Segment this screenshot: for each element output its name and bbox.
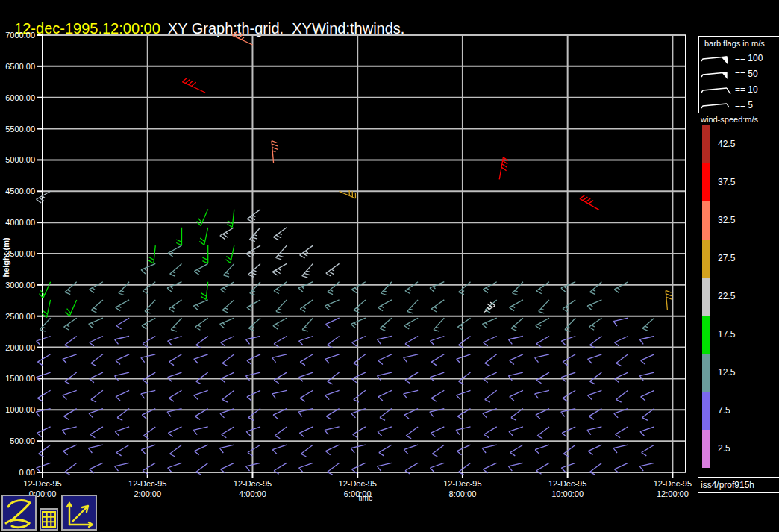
colorbar-title: wind-speed:m/s xyxy=(701,115,758,124)
svg-text:1500.00: 1500.00 xyxy=(5,374,35,383)
svg-text:12-Dec-95: 12-Dec-95 xyxy=(23,479,61,488)
colorbar-label: 27.5 xyxy=(718,253,735,263)
svg-text:12-Dec-95: 12-Dec-95 xyxy=(548,479,586,488)
colorbar-segment xyxy=(702,240,710,278)
station-top-divider xyxy=(698,477,779,478)
colorbar-label: 17.5 xyxy=(718,329,735,339)
svg-text:4:00:00: 4:00:00 xyxy=(239,489,266,498)
colorbar-label: 32.5 xyxy=(718,215,735,225)
svg-text:12:00:00: 12:00:00 xyxy=(657,489,689,498)
zebra-wind-profiler-window: { "title": { "timestamp": "12-dec-1995,1… xyxy=(0,0,779,532)
legend-flag-label: == 10 xyxy=(735,84,758,95)
full-barb-icon xyxy=(700,83,733,96)
colorbar-segment xyxy=(702,430,710,468)
flag-rect-icon xyxy=(700,51,733,65)
colorbar-segment xyxy=(702,354,710,392)
legend-flag-item: == 50 xyxy=(700,66,763,81)
station-bottom-divider xyxy=(698,492,779,493)
xy-plot-button[interactable] xyxy=(61,495,97,531)
flag-triangle-icon xyxy=(700,67,733,81)
grid-icon xyxy=(41,510,57,529)
barb-flags-legend: == 100== 50== 10== 5 xyxy=(700,50,763,113)
legend-top-divider xyxy=(698,36,779,37)
legend-flag-item: == 5 xyxy=(700,97,763,113)
colorbar-segment xyxy=(702,392,710,430)
legend-flag-label: == 100 xyxy=(735,53,763,63)
colorbar-label: 2.5 xyxy=(718,443,730,454)
colorbar-segment xyxy=(702,316,710,354)
wind-barb-plot[interactable]: 7000.006500.006000.005500.005000.004500.… xyxy=(0,0,779,515)
colorbar-label: 22.5 xyxy=(718,291,735,301)
legend-flag-label: == 5 xyxy=(735,100,753,110)
barb-flags-legend-title: barb flags in m/s xyxy=(704,39,765,48)
colorbar-label: 37.5 xyxy=(718,177,735,187)
colorbar-label: 7.5 xyxy=(718,405,730,416)
colorbar-segment xyxy=(702,278,710,316)
svg-text:time: time xyxy=(359,494,373,502)
svg-text:12-Dec-95: 12-Dec-95 xyxy=(128,479,166,488)
svg-text:12-Dec-95: 12-Dec-95 xyxy=(443,479,481,488)
svg-text:8:00:00: 8:00:00 xyxy=(449,489,477,498)
colorbar-segment xyxy=(702,201,710,240)
svg-text:12-Dec-95: 12-Dec-95 xyxy=(234,479,272,488)
svg-text:7000.00: 7000.00 xyxy=(5,31,35,40)
colorbar-segment xyxy=(702,125,710,163)
colorbar-segment xyxy=(702,163,710,201)
svg-text:12-Dec-95: 12-Dec-95 xyxy=(339,479,377,488)
svg-text:2000.00: 2000.00 xyxy=(5,343,35,352)
svg-text:12-Dec-95: 12-Dec-95 xyxy=(654,479,692,488)
legend-flag-item: == 10 xyxy=(700,81,763,97)
svg-text:500.00: 500.00 xyxy=(10,436,35,445)
svg-text:4000.00: 4000.00 xyxy=(5,218,35,227)
zebra-logo-button[interactable] xyxy=(1,495,37,531)
svg-text:2:00:00: 2:00:00 xyxy=(134,489,161,498)
legend-divider xyxy=(698,113,779,113)
svg-text:5500.00: 5500.00 xyxy=(5,125,35,134)
svg-text:4500.00: 4500.00 xyxy=(5,187,35,195)
svg-text:height (m): height (m) xyxy=(1,237,10,277)
svg-text:1000.00: 1000.00 xyxy=(5,405,35,414)
legend-flag-item: == 100 xyxy=(700,50,763,66)
xy-plot-icon xyxy=(63,496,96,529)
grid-button[interactable] xyxy=(40,508,58,531)
legend-left-divider xyxy=(698,36,699,113)
legend-flag-label: == 50 xyxy=(735,69,758,79)
colorbar-label: 42.5 xyxy=(718,139,735,149)
svg-text:10:00:00: 10:00:00 xyxy=(551,489,584,498)
svg-text:2500.00: 2500.00 xyxy=(5,312,35,321)
svg-text:0.00: 0.00 xyxy=(19,468,35,477)
svg-text:6000.00: 6000.00 xyxy=(5,93,35,102)
svg-text:3000.00: 3000.00 xyxy=(5,281,35,290)
wind-speed-colorbar xyxy=(702,125,710,468)
station-label: iss4/prof915h xyxy=(701,480,754,490)
zebra-logo-icon xyxy=(3,496,35,529)
colorbar-label: 12.5 xyxy=(718,367,735,378)
half-barb-icon xyxy=(700,98,733,112)
svg-text:6500.00: 6500.00 xyxy=(5,62,35,71)
svg-text:5000.00: 5000.00 xyxy=(5,155,35,164)
